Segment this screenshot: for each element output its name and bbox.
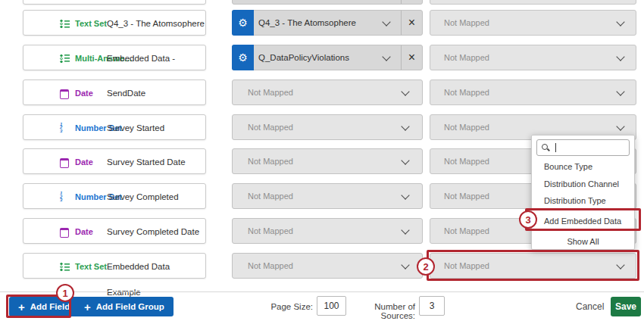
source-dropdown[interactable]: Not Mapped <box>232 253 423 279</box>
source-dropdown[interactable]: Not Mapped <box>232 183 423 209</box>
target-dropdown[interactable]: Not Mapped <box>430 79 636 105</box>
panel-item-bounce-type[interactable]: Bounce Type <box>532 158 634 175</box>
mapped-source-dropdown[interactable]: ⚙ Q4_3 - The Atomsophere × <box>232 10 423 36</box>
field-type-icon <box>60 54 70 64</box>
target-dropdown-value: Not Mapped <box>444 149 489 173</box>
field-card: Text Set Q4_3 - The Atomsophere <box>23 10 206 36</box>
panel-item-distribution-type[interactable]: Distribution Type <box>532 192 634 209</box>
field-type-icon <box>60 192 70 201</box>
source-dropdown[interactable]: Not Mapped <box>232 114 423 140</box>
field-name: SendDate <box>107 80 145 106</box>
field-card: Number Set Survey Completed <box>23 183 206 209</box>
chevron-down-icon <box>382 52 390 61</box>
field-type-label: Date <box>75 149 93 175</box>
target-dropdown-value: Not Mapped <box>444 45 489 70</box>
target-dropdown-value: Not Mapped <box>444 219 489 243</box>
gear-icon: ⚙ <box>238 52 248 63</box>
source-dropdown-value: Not Mapped <box>248 219 293 243</box>
chevron-down-icon <box>401 157 409 165</box>
close-icon: × <box>408 17 415 29</box>
field-name: Q4_3 - The Atomsophere <box>107 11 205 36</box>
annotation-step-1: 1 <box>56 284 74 302</box>
source-dropdown[interactable]: Not Mapped <box>232 148 423 174</box>
source-dropdown-value: Not Mapped <box>248 80 293 104</box>
remove-mapping-button[interactable] <box>401 0 422 4</box>
field-card: Date SendDate <box>23 79 206 105</box>
mapped-source-dropdown[interactable]: ⚙ Q_DataPolicyViolations × <box>232 45 423 70</box>
text-cursor <box>555 143 556 152</box>
chevron-down-icon <box>616 52 624 61</box>
field-type-label: Date <box>75 219 93 245</box>
field-card: Date Survey Completed Date <box>23 218 206 244</box>
field-card: Date Survey Started Date <box>23 148 206 174</box>
gear-settings-button[interactable]: ⚙ <box>232 45 254 70</box>
remove-mapping-button[interactable]: × <box>401 45 422 70</box>
footer-divider <box>0 291 644 292</box>
page-size-input[interactable] <box>317 296 346 316</box>
close-icon: × <box>408 51 415 64</box>
chevron-down-icon <box>401 226 409 234</box>
field-type-label: Text Set <box>75 254 107 279</box>
field-mapping-row: Date SendDate Not Mapped Not Mapped <box>0 79 644 105</box>
chevron-down-icon <box>616 17 624 26</box>
field-mapper-screen: Text Set Q4_3 - The Atomsophere ⚙ Q4_3 -… <box>0 0 644 321</box>
chevron-down-icon <box>616 122 624 130</box>
add-field-group-button[interactable]: + Add Field Group <box>75 297 174 316</box>
mapped-source-dropdown[interactable] <box>232 0 423 5</box>
annotation-step-2: 2 <box>417 257 435 276</box>
search-input[interactable] <box>536 139 630 156</box>
panel-item-distribution-channel[interactable]: Distribution Channel <box>532 176 634 192</box>
plus-icon: + <box>84 301 91 313</box>
target-dropdown-value: Not Mapped <box>444 115 489 139</box>
mapped-source-value: Q4_3 - The Atomsophere <box>258 11 356 35</box>
field-type-icon <box>60 262 70 272</box>
annotation-box-target-dropdown <box>427 250 639 281</box>
target-dropdown[interactable]: Not Mapped <box>430 10 636 36</box>
field-type-icon <box>60 89 69 99</box>
search-icon <box>542 144 548 150</box>
field-type-label: Text Set <box>75 11 107 36</box>
field-name: Survey Started <box>107 115 164 141</box>
field-card <box>23 0 206 5</box>
source-dropdown-value: Not Mapped <box>248 149 293 173</box>
gear-settings-button[interactable]: ⚙ <box>232 10 254 36</box>
field-card: Multi-Answe… Embedded Data - Q_Dat… <box>23 45 206 70</box>
annotation-step-3: 3 <box>519 210 537 229</box>
number-of-sources-input[interactable] <box>419 296 445 316</box>
page-size-label: Page Size: <box>258 302 313 311</box>
source-dropdown[interactable]: Not Mapped <box>232 79 423 105</box>
source-dropdown[interactable]: Not Mapped <box>232 218 423 244</box>
source-dropdown-value: Not Mapped <box>248 184 293 208</box>
target-dropdown-value: Not Mapped <box>444 11 489 35</box>
cancel-button[interactable]: Cancel <box>576 301 604 312</box>
source-dropdown-value: Not Mapped <box>248 115 293 139</box>
gear-icon: ⚙ <box>238 17 248 28</box>
chevron-down-icon <box>401 122 409 130</box>
remove-mapping-button[interactable]: × <box>401 11 422 35</box>
field-mapping-row: Multi-Answe… Embedded Data - Q_Dat… ⚙ Q_… <box>0 45 644 70</box>
chevron-down-icon <box>401 192 409 200</box>
field-type-icon <box>60 19 70 29</box>
chevron-down-icon <box>401 87 409 95</box>
panel-search <box>536 139 630 156</box>
target-dropdown-value: Not Mapped <box>444 80 489 104</box>
source-dropdown-value: Not Mapped <box>248 254 293 278</box>
target-dropdown[interactable] <box>430 0 636 5</box>
target-dropdown[interactable]: Not Mapped <box>430 45 636 70</box>
field-name: Survey Completed Date <box>107 219 199 245</box>
number-of-sources-label: Number of Sources: <box>351 302 415 320</box>
field-mapping-row: Text Set Q4_3 - The Atomsophere ⚙ Q4_3 -… <box>0 10 644 36</box>
field-card: Text Set Embedded Data Example <box>23 253 206 279</box>
chevron-down-icon <box>616 87 624 95</box>
field-type-icon <box>60 228 69 238</box>
chevron-down-icon <box>401 260 409 269</box>
annotation-box-add-embedded-data <box>525 208 641 231</box>
chevron-down-icon <box>382 17 390 26</box>
target-dropdown-value: Not Mapped <box>444 184 489 208</box>
mapping-dropdown-panel: Bounce Type Distribution Channel Distrib… <box>531 135 635 250</box>
save-button[interactable]: Save <box>611 297 641 316</box>
field-type-icon <box>60 123 70 132</box>
field-name: Survey Started Date <box>107 149 186 175</box>
add-field-group-label: Add Field Group <box>96 302 164 311</box>
show-all-link[interactable]: Show All <box>532 234 634 249</box>
